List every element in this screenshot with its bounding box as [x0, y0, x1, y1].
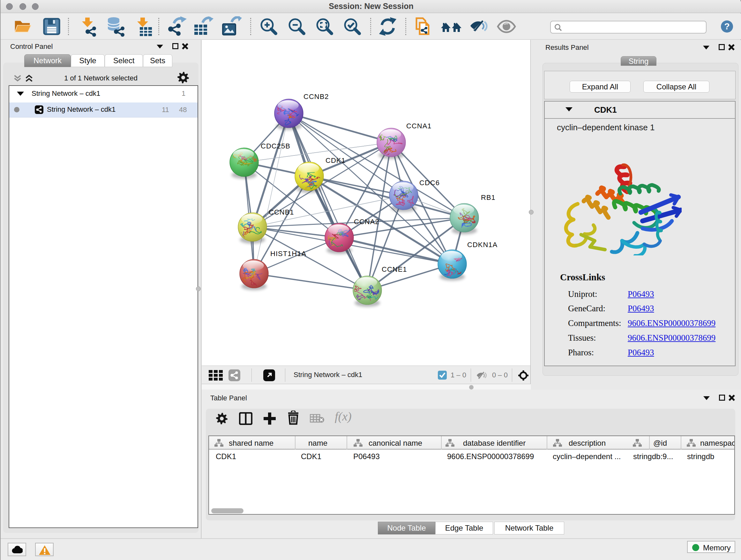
svg-text:CDK1: CDK1 — [326, 157, 346, 165]
svg-text:CCNB1: CCNB1 — [269, 208, 294, 216]
svg-text:CDKN1A: CDKN1A — [467, 241, 497, 249]
svg-text:CCNA1: CCNA1 — [406, 122, 432, 130]
svg-text:RB1: RB1 — [481, 193, 495, 201]
svg-text:CDC25B: CDC25B — [261, 142, 290, 150]
svg-text:HIST1H1A: HIST1H1A — [270, 250, 307, 258]
svg-text:CCNA2: CCNA2 — [354, 218, 380, 226]
svg-text:CCNB2: CCNB2 — [304, 92, 329, 101]
svg-text:CCNE1: CCNE1 — [382, 265, 407, 273]
svg-text:CDC6: CDC6 — [419, 179, 440, 187]
